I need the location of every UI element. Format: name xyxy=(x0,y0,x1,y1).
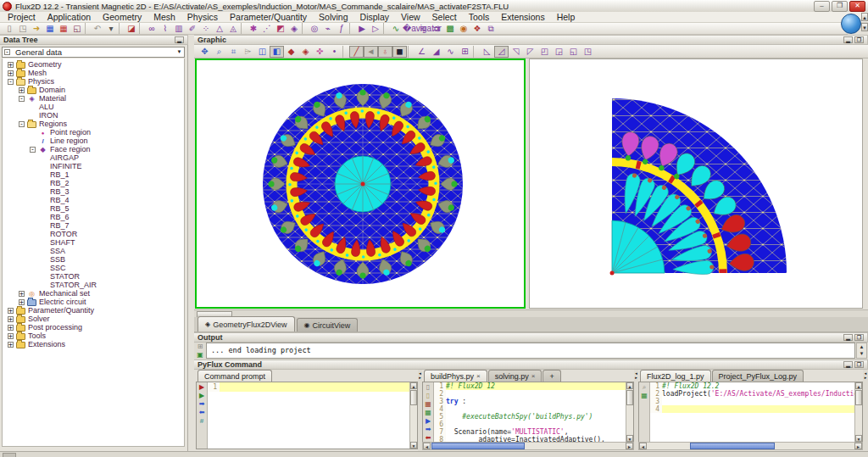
macro-icon[interactable]: ⧉ xyxy=(484,23,498,34)
output-grid-icon[interactable]: ⊞ xyxy=(198,343,203,351)
panel-maximize-icon[interactable]: ❐ xyxy=(854,361,864,368)
tab-flux2d-log[interactable]: Flux2D_log_1.py xyxy=(640,370,711,382)
open-icon[interactable]: ◳ xyxy=(16,23,30,34)
expander-icon[interactable]: + xyxy=(19,299,25,305)
draw-line-icon[interactable]: ╱ xyxy=(349,46,364,58)
tree-item[interactable]: + Domain xyxy=(3,86,184,94)
project-properties-icon[interactable]: ◱ xyxy=(70,23,84,34)
output-vscrollbar[interactable]: ▲▼ xyxy=(856,343,867,359)
tree-item[interactable]: + Mechanical set xyxy=(3,289,184,298)
script-editor[interactable]: ▯▯▦▦▶➡⬅# 1#! Flux2D 1223try :45 #execute… xyxy=(422,382,634,443)
tree-item[interactable]: IRON xyxy=(3,111,184,120)
sep[interactable] xyxy=(408,46,414,58)
isovalue-icon[interactable]: �avigator xyxy=(403,23,416,34)
tab-geometry-flux2d-view[interactable]: ◈ GeometryFlux2DView xyxy=(198,316,295,332)
expander-icon[interactable]: + xyxy=(8,342,14,348)
split-view-icon[interactable]: ◫ xyxy=(255,46,270,58)
tree-item[interactable]: RB_4 xyxy=(3,196,184,204)
zoom-prev-icon[interactable]: ⌲ xyxy=(241,46,255,58)
circuit-icon[interactable]: ⌁ xyxy=(321,23,335,34)
sketch-icon[interactable]: ✐ xyxy=(186,23,199,34)
close-icon[interactable]: × xyxy=(531,371,536,382)
panel-maximize-icon[interactable]: ❐ xyxy=(854,334,864,341)
sep[interactable] xyxy=(383,23,388,34)
expander-icon[interactable]: + xyxy=(8,70,14,76)
point-probe-icon[interactable]: • xyxy=(327,46,342,58)
script-vscrollbar[interactable]: ▲▼ xyxy=(626,382,633,442)
menu-item[interactable]: Extensions xyxy=(495,12,550,23)
display-mesh-icon[interactable]: ◺ xyxy=(480,46,494,58)
mesh-domain-icon[interactable]: △ xyxy=(213,23,226,34)
run-script-icon[interactable]: ▶ xyxy=(426,417,431,426)
curve-path-icon[interactable]: ∿ xyxy=(443,46,458,58)
tree-item[interactable]: RB_5 xyxy=(3,204,184,213)
sep[interactable] xyxy=(119,23,124,34)
menu-item[interactable]: Physics xyxy=(181,12,224,23)
menu-item[interactable]: Parameter/Quantity xyxy=(224,12,313,23)
log-code[interactable]: 1#! Flux2D 12.22loadProject('E:/AS/Activ… xyxy=(650,382,854,442)
step-back-icon[interactable]: ⬅ xyxy=(199,409,205,417)
zoom-in-icon[interactable]: ⌕ xyxy=(212,46,226,58)
script-hscrollbar[interactable]: ◄► xyxy=(422,442,634,450)
expander-icon[interactable]: + xyxy=(8,316,14,322)
import-icon[interactable]: ➜ xyxy=(30,23,43,34)
export-image-icon[interactable]: ❖ xyxy=(470,23,484,34)
menu-item[interactable]: Solving xyxy=(313,12,353,23)
toolbar-scroll[interactable]: ▲▼ xyxy=(861,13,868,33)
mesh-point-icon[interactable]: ⁘ xyxy=(199,23,213,34)
tab-project-pyflux-log[interactable]: Project_PyFlux_Log.py xyxy=(712,370,804,382)
tab-add-script[interactable]: + xyxy=(542,370,560,382)
menu-item[interactable]: View xyxy=(395,12,426,23)
angle-icon[interactable]: ∠ xyxy=(415,46,429,58)
tree-item[interactable]: + Mesh xyxy=(3,69,184,77)
close-icon[interactable]: × xyxy=(476,371,481,382)
point-icon[interactable]: ∞ xyxy=(145,23,159,34)
panel-minimize-icon[interactable]: ▂ xyxy=(843,361,853,368)
display-periodicity-icon[interactable]: ◳ xyxy=(581,46,595,58)
undo-menu-icon[interactable]: ▾ xyxy=(104,23,118,34)
open-script-icon[interactable]: ▯ xyxy=(426,392,430,400)
maximize-button[interactable]: ❐ xyxy=(832,1,848,12)
save-log-icon[interactable]: ▦ xyxy=(641,392,648,400)
run-icon[interactable]: ▶ xyxy=(199,392,204,400)
tree-item[interactable]: INFINITE xyxy=(3,162,184,170)
zoom-box-icon[interactable]: ⌗ xyxy=(226,46,241,58)
geometry-view-canvas-zoom[interactable] xyxy=(529,59,863,309)
solve-batch-icon[interactable]: ▷ xyxy=(369,23,382,34)
display-region-icon[interactable]: ◿ xyxy=(494,46,509,58)
tree-item[interactable]: SSC xyxy=(3,264,184,272)
tab-circuit-view[interactable]: ◉ CircuitView xyxy=(297,318,359,332)
grid-icon[interactable]: ⊞ xyxy=(458,46,472,58)
sep[interactable] xyxy=(241,23,246,34)
minimize-button[interactable]: – xyxy=(814,1,830,12)
indent-icon[interactable]: ➡ xyxy=(426,426,431,434)
menu-item[interactable]: Tools xyxy=(463,12,496,23)
sep[interactable] xyxy=(473,46,479,58)
tree-item[interactable]: AIRGAP xyxy=(3,153,184,162)
output-log[interactable]: ... end loading project xyxy=(206,343,855,359)
tab-solving[interactable]: solving.py× xyxy=(488,370,542,382)
eraser-icon[interactable]: ◪ xyxy=(125,23,138,34)
tab-command-prompt[interactable]: Command prompt xyxy=(198,370,272,382)
pan-icon[interactable]: ✥ xyxy=(198,46,212,58)
tree-item[interactable]: + Extensions xyxy=(3,340,184,348)
menu-item[interactable]: Display xyxy=(354,12,395,23)
tree-item[interactable]: SSA xyxy=(3,247,184,255)
cube-iso-icon[interactable]: ◈ xyxy=(298,46,313,58)
tree-item[interactable]: RB_6 xyxy=(3,213,184,221)
menu-item[interactable]: Application xyxy=(42,12,97,23)
select-arrow-icon[interactable]: ◄ xyxy=(364,46,378,58)
tree-item[interactable]: Point region xyxy=(3,128,184,137)
script-code[interactable]: 1#! Flux2D 1223try :45 #executeBatchSpy(… xyxy=(434,382,626,442)
menu-item[interactable]: Mesh xyxy=(147,12,181,23)
tree-item[interactable]: RB_3 xyxy=(3,187,184,196)
menu-item[interactable]: Geometry xyxy=(97,12,147,23)
sep[interactable] xyxy=(302,23,307,34)
animate-icon[interactable]: ◉ xyxy=(457,23,470,34)
command-vscrollbar[interactable]: ▲▼ xyxy=(409,382,417,449)
expander-icon[interactable]: - xyxy=(19,96,25,102)
tree-item[interactable]: + Parameter/Quantity xyxy=(3,306,184,315)
tree-item[interactable]: Line region xyxy=(3,137,184,145)
log-editor[interactable]: ⌕▦ 1#! Flux2D 12.22loadProject('E:/AS/Ac… xyxy=(638,382,863,443)
run-stop-icon[interactable]: ▶ xyxy=(199,383,204,392)
